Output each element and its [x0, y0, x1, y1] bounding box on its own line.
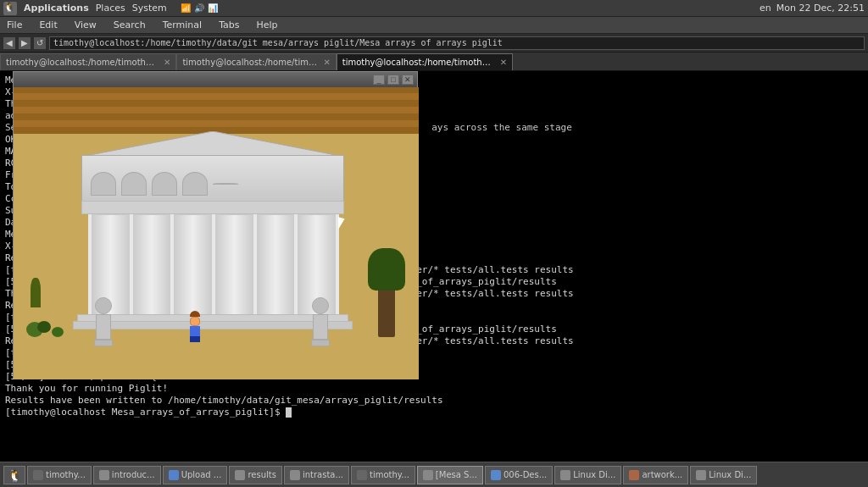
term-line-32: Thank you for running Piglit!	[5, 383, 863, 395]
taskbar-label-10: artwork...	[642, 470, 682, 479]
taskbar-item-3[interactable]: Upload ...	[163, 466, 228, 484]
game-close-button[interactable]: ✕	[402, 75, 414, 85]
taskbar-label-8: 006-Des...	[504, 470, 547, 479]
taskbar-item-6[interactable]: timothy...	[351, 466, 415, 484]
tab-2-close[interactable]: ✕	[323, 58, 330, 67]
taskbar-icon-5	[290, 470, 300, 480]
menu-terminal[interactable]: Terminal	[159, 19, 206, 30]
game-window[interactable]: _ □ ✕	[13, 71, 418, 379]
taskbar-icon-1	[33, 470, 43, 480]
taskbar: 🐧 timothy... introduc... Upload ... resu…	[0, 462, 868, 487]
taskbar-icon-10	[629, 470, 639, 480]
tab-3-label: timothy@localhost:/home/timothy/data/git…	[342, 58, 495, 67]
tree-trunk	[378, 286, 395, 337]
locale-indicator: en	[760, 3, 771, 14]
taskbar-item-1[interactable]: timothy...	[27, 466, 92, 484]
tabs-bar: timothy@localhost:/home/timothy/data/git…	[0, 53, 868, 71]
plant-1	[31, 278, 41, 307]
taskbar-item-7[interactable]: [Mesa S...	[417, 466, 483, 484]
menu-search[interactable]: Search	[110, 19, 149, 30]
temple-columns	[88, 214, 339, 316]
taskbar-icon-11	[696, 470, 706, 480]
taskbar-icon-8	[491, 470, 501, 480]
temple-roof-peak	[81, 131, 344, 157]
taskbar-item-5[interactable]: intrasta...	[284, 466, 349, 484]
menu-help[interactable]: Help	[253, 19, 281, 30]
taskbar-icon-2	[99, 470, 109, 480]
bush-2	[37, 321, 51, 333]
tab-3[interactable]: timothy@localhost:/home/timothy/data/git…	[337, 53, 513, 70]
game-restore-button[interactable]: □	[387, 75, 399, 85]
applications-menu[interactable]: Applications	[24, 3, 89, 14]
taskbar-item-2[interactable]: introduc...	[93, 466, 161, 484]
taskbar-label-4: results	[248, 470, 276, 479]
main-area: Message-Id: <1419244589-4897-1-git-send-…	[0, 71, 868, 462]
taskbar-item-11[interactable]: Linux Di...	[690, 466, 757, 484]
tab-2-label: timothy@localhost:/home/timothy/data/git…	[182, 58, 318, 67]
places-menu[interactable]: Places	[96, 3, 125, 14]
app-menu-bar: File Edit View Search Terminal Tabs Help	[0, 17, 868, 34]
taskbar-label-9: Linux Di...	[573, 470, 615, 479]
taskbar-label-2: introduc...	[112, 470, 155, 479]
taskbar-label-5: intrasta...	[303, 470, 343, 479]
app-icon: 🐧	[3, 2, 17, 15]
taskbar-icon-7	[423, 470, 433, 480]
reload-button[interactable]: ↺	[34, 37, 46, 49]
menu-view[interactable]: View	[71, 19, 100, 30]
tree-top	[368, 248, 405, 291]
game-ground-top	[14, 87, 419, 134]
svg-marker-0	[81, 131, 344, 157]
system-bar: 🐧 Applications Places System 📶 🔊 📊 en Mo…	[0, 0, 868, 17]
system-menu[interactable]: System	[132, 3, 167, 14]
tab-1[interactable]: timothy@localhost:/home/timothy/data/git…	[0, 53, 176, 70]
taskbar-item-8[interactable]: 006-Des...	[485, 466, 553, 484]
game-canvas	[14, 87, 419, 379]
address-bar: ◀ ▶ ↺	[0, 34, 868, 53]
address-input[interactable]	[49, 36, 865, 50]
player-character	[190, 311, 200, 342]
game-scene	[14, 87, 419, 379]
menu-edit[interactable]: Edit	[36, 19, 60, 30]
menu-file[interactable]: File	[3, 19, 25, 30]
tab-1-close[interactable]: ✕	[164, 58, 170, 67]
tab-1-label: timothy@localhost:/home/timothy/data/git…	[6, 58, 159, 67]
taskbar-start-button[interactable]: 🐧	[3, 466, 25, 484]
game-window-buttons: _ □ ✕	[373, 75, 414, 85]
taskbar-label-1: timothy...	[46, 470, 86, 479]
taskbar-item-4[interactable]: results	[229, 466, 282, 484]
back-button[interactable]: ◀	[3, 37, 15, 49]
temple-roof-body	[81, 155, 344, 202]
taskbar-label-11: Linux Di...	[709, 470, 751, 479]
taskbar-item-9[interactable]: Linux Di...	[554, 466, 621, 484]
taskbar-item-10[interactable]: artwork...	[623, 466, 688, 484]
bush-3	[52, 327, 64, 337]
taskbar-label-7: [Mesa S...	[436, 470, 477, 479]
tray-icons: 📶 🔊 📊	[181, 3, 218, 13]
datetime-display: Mon 22 Dec, 22:51	[776, 3, 865, 14]
taskbar-label-3: Upload ...	[181, 470, 222, 479]
taskbar-icon-9	[560, 470, 570, 480]
taskbar-icon-3	[169, 470, 179, 480]
menu-tabs[interactable]: Tabs	[215, 19, 242, 30]
tab-2[interactable]: timothy@localhost:/home/timothy/data/git…	[176, 53, 336, 70]
taskbar-icon-4	[235, 470, 245, 480]
tab-3-close[interactable]: ✕	[500, 58, 507, 67]
game-minimize-button[interactable]: _	[373, 75, 385, 85]
term-line-34: [timothy@localhost Mesa_arrays_of_arrays…	[5, 407, 863, 418]
taskbar-icon-6	[357, 470, 367, 480]
term-line-33: Results have been written to /home/timot…	[5, 395, 863, 407]
temple-entablature	[81, 201, 344, 214]
statue-left	[92, 297, 115, 344]
statue-right	[309, 297, 332, 344]
game-titlebar[interactable]: _ □ ✕	[14, 72, 417, 87]
forward-button[interactable]: ▶	[19, 37, 31, 49]
taskbar-label-6: timothy...	[370, 470, 409, 479]
